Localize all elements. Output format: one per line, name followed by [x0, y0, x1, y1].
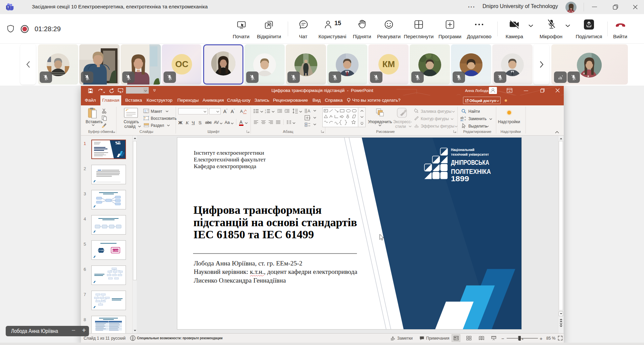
- svg-text:IEC 61850: IEC 61850: [97, 249, 105, 251]
- svg-text:ПОЛІТЕХНІКА: ПОЛІТЕХНІКА: [451, 167, 491, 175]
- svg-text:ac: ac: [460, 118, 464, 121]
- svg-text:1: 1: [265, 109, 266, 111]
- svg-text:1899: 1899: [451, 175, 469, 183]
- svg-text:2: 2: [265, 111, 266, 113]
- svg-text:A: A: [308, 109, 310, 113]
- svg-text:A: A: [240, 109, 243, 114]
- svg-text:технічний університет: технічний університет: [451, 152, 489, 156]
- svg-text:ДНІПРОВСЬКА: ДНІПРОВСЬКА: [451, 158, 489, 166]
- svg-text:Національний: Національний: [451, 148, 474, 152]
- svg-text:T: T: [7, 6, 9, 9]
- svg-text:IEC 61499: IEC 61499: [112, 250, 119, 251]
